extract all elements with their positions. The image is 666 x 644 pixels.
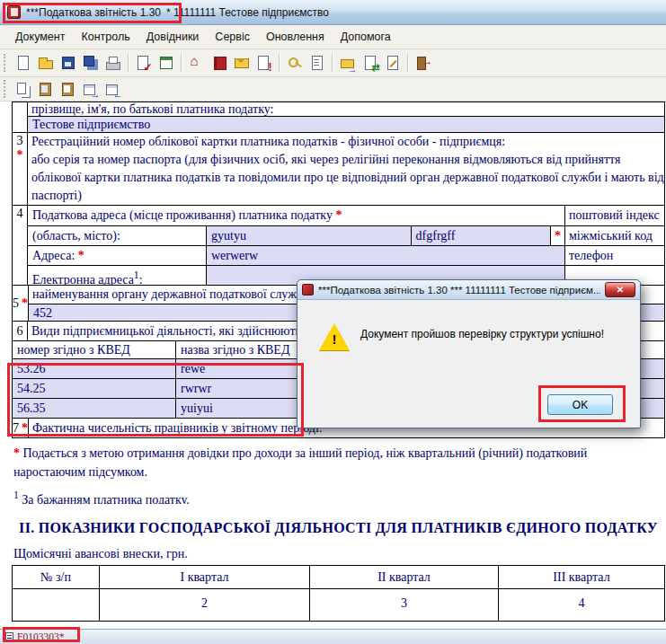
dialog-title: ***Податкова звітність 1.30 *** 11111111… xyxy=(318,285,600,296)
city-field[interactable]: dfgfrgff xyxy=(411,226,550,245)
area-code-label: міжміський код xyxy=(564,226,664,245)
toolbar-remove-row-button[interactable] xyxy=(102,78,124,100)
menu-item-service[interactable]: Сервіс xyxy=(207,26,258,48)
menu-item-help[interactable]: Допомога xyxy=(333,26,399,48)
dialog-close-button[interactable]: ✕ xyxy=(605,282,635,297)
quarters-number-cell: 4 xyxy=(498,588,664,621)
toolbar-save-button[interactable] xyxy=(57,52,79,74)
footnote-2: 1 За бажанням платника податку. xyxy=(12,487,666,504)
section2-title: ІІ. ПОКАЗНИКИ ГОСПОДАРСЬКОЇ ДІЯЛЬНОСТІ Д… xyxy=(12,518,665,538)
monthly-advance-label: Щомісячні авансові внески, грн. xyxy=(12,545,666,563)
footnote-1-line2: наростаючим підсумком. xyxy=(12,463,666,481)
ok-button[interactable]: OK xyxy=(547,394,613,415)
quarters-header-cell: ІІІ квартал xyxy=(498,566,664,588)
exit-icon xyxy=(415,55,431,71)
toolbar-verify-button[interactable] xyxy=(132,52,155,74)
footnote-marker: 1 xyxy=(13,490,19,501)
window-titlebar[interactable]: ***Податкова звітність 1.30 * 11111111 Т… xyxy=(0,0,666,25)
toolbar-separator xyxy=(128,54,129,72)
name-field[interactable]: Тестове підприємство xyxy=(28,116,664,132)
toolbar-open-button[interactable] xyxy=(34,52,57,74)
home-icon xyxy=(189,55,205,71)
footnote-1-line1: * Подається з метою отримання довідки пр… xyxy=(12,445,666,462)
required-marker: * xyxy=(550,226,564,245)
warning-icon: ! xyxy=(319,323,350,350)
toolbar-paste-button[interactable] xyxy=(57,78,79,100)
copy-icon xyxy=(15,81,31,97)
quarters-header-row: № з/п І квартал ІІ квартал ІІІ квартал xyxy=(13,566,664,588)
kved-code-cell[interactable]: 53.26 xyxy=(13,359,176,378)
footnote-marker: * xyxy=(13,446,20,460)
window-title: ***Податкова звітність 1.30 * 11111111 Т… xyxy=(26,6,329,19)
main-toolbar xyxy=(0,49,666,77)
add-row-icon xyxy=(83,81,99,97)
region-field[interactable]: gyutyu xyxy=(206,226,411,245)
row-number: 7 xyxy=(13,421,19,436)
toolbar-print-button[interactable] xyxy=(102,52,124,74)
menu-item-directories[interactable]: Довідники xyxy=(138,26,208,48)
required-marker: * xyxy=(22,296,28,311)
name-label: прізвище, ім'я, по батькові платника под… xyxy=(28,102,664,116)
toolbar-separator xyxy=(407,54,408,72)
toolbar-journal-button[interactable] xyxy=(381,52,404,74)
menu-item-control[interactable]: Контроль xyxy=(73,26,138,48)
required-marker: * xyxy=(78,249,84,262)
status-bar: F0103303* xyxy=(0,629,666,644)
toolbar-copy-button[interactable] xyxy=(12,78,34,100)
row-number-box: 5 * xyxy=(13,286,29,321)
address-label: Адреса: * xyxy=(28,246,206,265)
required-marker: * xyxy=(335,208,342,222)
toolbar-paste-special-button[interactable] xyxy=(34,78,57,100)
toolbar-new-button[interactable] xyxy=(12,52,34,74)
toolbar-mail-button[interactable] xyxy=(230,52,253,74)
address-field[interactable]: werwerw xyxy=(206,246,564,265)
menu-item-document[interactable]: Документ xyxy=(7,26,73,48)
quarters-header-cell: І квартал xyxy=(99,566,309,588)
dialog-message: Документ пройшов перевірку структури усп… xyxy=(360,328,627,341)
paste-icon xyxy=(60,81,76,97)
print-icon xyxy=(105,55,121,71)
toolbar-home-button[interactable] xyxy=(185,52,208,74)
toolbar-folder-button[interactable] xyxy=(336,52,359,74)
toolbar-grip[interactable] xyxy=(4,80,7,98)
quarters-number-row: 2 3 4 xyxy=(13,588,664,621)
dialog-body: ! Документ пройшов перевірку структури у… xyxy=(297,300,640,428)
menu-item-update[interactable]: Оновлення xyxy=(258,26,333,48)
edit-toolbar xyxy=(0,77,666,101)
window-title-part1: ***Податкова звітність 1.30 xyxy=(26,6,161,19)
app-icon xyxy=(7,5,21,19)
dialog-app-icon xyxy=(302,284,314,296)
toolbar-grip[interactable] xyxy=(4,54,7,72)
toolbar-add-row-button[interactable] xyxy=(79,78,102,100)
document-alert-icon xyxy=(256,55,272,71)
window-title-part2: * 11111111 Тестове підприємство xyxy=(166,6,329,19)
form-document-icon xyxy=(5,632,13,642)
mail-icon xyxy=(234,55,250,71)
row-number-box: 6 xyxy=(13,322,28,340)
dialog-titlebar[interactable]: ***Податкова звітність 1.30 *** 11111111… xyxy=(297,280,640,300)
form-section-name: прізвище, ім'я, по батькові платника под… xyxy=(12,101,665,133)
row-number: 3 xyxy=(17,134,23,148)
toolbar-save-all-button[interactable] xyxy=(79,52,102,74)
quarters-number-cell xyxy=(13,588,99,621)
menu-bar: Документ Контроль Довідники Сервіс Оновл… xyxy=(0,25,666,49)
required-marker: * xyxy=(22,421,28,436)
paste-special-icon xyxy=(38,81,54,97)
toolbar-keys-button[interactable] xyxy=(283,52,306,74)
toolbar-reports-button[interactable] xyxy=(208,52,230,74)
kved-code-cell[interactable]: 56.35 xyxy=(13,399,176,418)
quarters-header-cell: ІІ квартал xyxy=(309,566,498,588)
row3-line3: облікової картки платника податків та по… xyxy=(28,169,664,187)
toolbar-export-button[interactable] xyxy=(155,52,177,74)
close-icon: ✕ xyxy=(617,285,624,295)
toolbar-edit-button[interactable] xyxy=(306,52,328,74)
report-book-icon xyxy=(211,55,227,71)
kved-code-cell[interactable]: 54.25 xyxy=(13,379,176,398)
toolbar-audit-button[interactable] xyxy=(253,52,275,74)
phone-label: телефон xyxy=(564,246,664,265)
form-code: F0103303* xyxy=(17,631,64,642)
toolbar-update-button[interactable] xyxy=(359,52,381,74)
postal-index-label: поштовий індекс xyxy=(564,206,664,225)
toolbar-exit-button[interactable] xyxy=(412,52,434,74)
row-number: 6 xyxy=(17,324,23,339)
